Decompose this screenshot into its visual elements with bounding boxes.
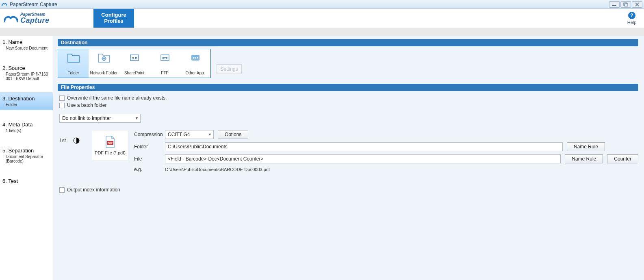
- folder-label: Folder: [134, 144, 165, 150]
- nav-item-separation[interactable]: 5. Separation Document Separator (Barcod…: [0, 144, 53, 167]
- app-icon: APP: [189, 52, 202, 63]
- nav-item-source[interactable]: 2. Source PaperStream IP fi-7160 001 : B…: [0, 62, 53, 84]
- destination-label: Network Folder: [90, 71, 118, 75]
- main-panel: Destination Folder Network Folder: [53, 36, 644, 280]
- example-path: C:\Users\Public\Documents\BARCODE-Doc000…: [165, 167, 270, 172]
- compression-label: Compression: [134, 132, 165, 137]
- sharepoint-icon: S P: [128, 52, 141, 63]
- nav-item-subtitle: 1 field(s): [6, 128, 50, 133]
- window-close-button[interactable]: [632, 1, 642, 8]
- nav-item-metadata[interactable]: 4. Meta Data 1 field(s): [0, 118, 53, 136]
- window-maximize-button[interactable]: [620, 1, 631, 8]
- nav-item-subtitle: Folder: [6, 102, 50, 107]
- header-divider-strip: [0, 28, 644, 36]
- imprinter-link-combo[interactable]: Do not link to imprinter ▼: [59, 114, 141, 123]
- compression-options-button[interactable]: Options: [218, 130, 248, 139]
- file-name-rule-button[interactable]: Name Rule: [565, 154, 603, 163]
- svg-rect-2: [624, 4, 628, 6]
- file-type-selector[interactable]: PDF PDF File (*.pdf): [92, 130, 128, 161]
- destination-options: Folder Network Folder S P SharePoint: [58, 49, 211, 78]
- chevron-down-icon: ▼: [208, 132, 212, 137]
- tab-line2: Profiles: [104, 18, 124, 24]
- window-titlebar: PaperStream Capture: [0, 0, 644, 9]
- output-index-label: Output index information: [67, 187, 120, 193]
- contrast-icon: [73, 137, 80, 144]
- svg-text:FTP: FTP: [162, 57, 168, 60]
- nav-item-subtitle: Document Separator (Barcode): [6, 154, 50, 163]
- batch-folder-label: Use a batch folder: [67, 102, 106, 108]
- configure-profiles-tab[interactable]: Configure Profiles: [93, 9, 134, 28]
- example-label: e.g.: [134, 167, 165, 172]
- wizard-nav: 1. Name New Spruce Document 2. Source Pa…: [0, 36, 53, 280]
- app-header: PaperStream Capture Configure Profiles ?…: [0, 9, 644, 28]
- help-icon: ?: [628, 12, 635, 19]
- destination-label: Other App.: [186, 71, 205, 75]
- nav-item-title: 1. Name: [2, 39, 50, 45]
- pdf-file-icon: PDF: [105, 136, 115, 148]
- nav-item-subtitle: PaperStream IP fi-7160 001 : B&W Default: [6, 72, 50, 81]
- nav-item-title: 2. Source: [2, 65, 50, 71]
- help-label: Help: [627, 20, 637, 25]
- checkbox-icon[interactable]: [59, 187, 65, 193]
- section-destination-header: Destination: [58, 39, 638, 46]
- help-button[interactable]: ? Help: [624, 9, 644, 28]
- destination-settings-button: Settings: [217, 64, 242, 74]
- destination-network-folder[interactable]: Network Folder: [89, 49, 119, 78]
- destination-label: SharePoint: [124, 71, 144, 75]
- nav-item-name[interactable]: 1. Name New Spruce Document: [0, 36, 53, 54]
- folder-name-rule-button[interactable]: Name Rule: [567, 142, 605, 151]
- svg-text:S P: S P: [132, 56, 137, 60]
- checkbox-icon[interactable]: [59, 96, 65, 101]
- app-icon: [2, 2, 7, 7]
- destination-folder[interactable]: Folder: [58, 49, 89, 78]
- compression-combo[interactable]: CCITT G4 ▼: [165, 130, 214, 139]
- overwrite-label: Overwrite if the same file name already …: [67, 95, 167, 101]
- combo-value: CCITT G4: [168, 132, 190, 137]
- tab-line1: Configure: [101, 12, 126, 18]
- destination-label: Folder: [67, 71, 79, 75]
- combo-value: Do not link to imprinter: [62, 115, 111, 121]
- destination-label: FTP: [161, 71, 169, 75]
- ftp-icon: FTP: [158, 52, 171, 63]
- file-name-input[interactable]: <Field - Barcode>-Doc<Document Counter>: [165, 154, 561, 163]
- window-title: PaperStream Capture: [10, 2, 57, 7]
- folder-path-input[interactable]: C:\Users\Public\Documents: [165, 142, 563, 151]
- svg-rect-0: [612, 5, 616, 6]
- svg-text:APP: APP: [192, 57, 198, 60]
- section-file-properties-header: File Properties: [58, 84, 638, 91]
- network-folder-icon: [98, 52, 111, 63]
- destination-ftp[interactable]: FTP FTP: [150, 49, 180, 78]
- window-minimize-button[interactable]: [609, 1, 620, 8]
- logo-text-bottom: Capture: [20, 17, 50, 24]
- nav-item-title: 4. Meta Data: [2, 122, 50, 128]
- nav-item-title: 5. Separation: [2, 148, 50, 154]
- nav-item-title: 6. Test: [2, 178, 50, 184]
- nav-item-title: 3. Destination: [2, 96, 50, 102]
- output-index-checkbox-row[interactable]: Output index information: [59, 187, 638, 193]
- nav-item-test[interactable]: 6. Test: [0, 175, 53, 187]
- nav-item-destination[interactable]: 3. Destination Folder: [0, 92, 53, 110]
- logo-mark-icon: [4, 13, 18, 23]
- overwrite-checkbox-row[interactable]: Overwrite if the same file name already …: [59, 95, 638, 101]
- checkbox-icon[interactable]: [59, 103, 65, 108]
- nav-item-subtitle: New Spruce Document: [6, 46, 50, 50]
- counter-button[interactable]: Counter: [607, 154, 638, 163]
- chevron-down-icon: ▼: [135, 116, 139, 120]
- output-ordinal: 1st: [59, 138, 66, 143]
- app-logo: PaperStream Capture: [0, 9, 93, 28]
- svg-text:PDF: PDF: [108, 142, 113, 144]
- destination-other-app[interactable]: APP Other App.: [180, 49, 210, 78]
- batch-folder-checkbox-row[interactable]: Use a batch folder: [59, 102, 638, 108]
- folder-icon: [67, 52, 80, 63]
- file-label: File: [134, 156, 165, 162]
- file-type-label: PDF File (*.pdf): [95, 150, 126, 155]
- destination-sharepoint[interactable]: S P SharePoint: [119, 49, 150, 78]
